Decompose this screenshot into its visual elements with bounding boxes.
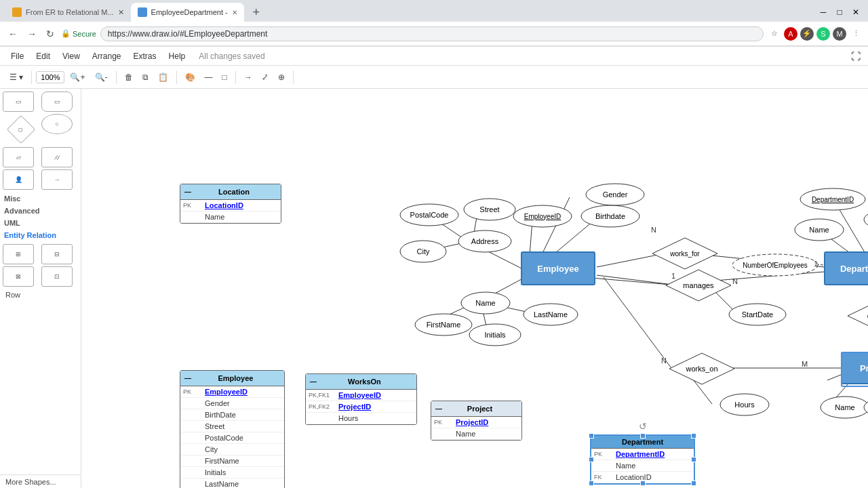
- birthdate-ellipse[interactable]: Birthdate: [580, 204, 641, 228]
- maximize-button[interactable]: □: [833, 5, 846, 19]
- employee-row-6: FirstName: [180, 455, 284, 467]
- street-ellipse[interactable]: Street: [462, 197, 517, 222]
- works-on-diamond[interactable]: works_on: [668, 352, 736, 386]
- shape-ellipse[interactable]: ○: [41, 114, 73, 134]
- handle-r[interactable]: [691, 457, 696, 462]
- other-tab[interactable]: From ER to Relational M... ✕: [5, 3, 131, 22]
- minimize-button[interactable]: ─: [816, 5, 830, 19]
- sidebar-toggle[interactable]: ☰ ▾: [5, 70, 27, 84]
- handle-t[interactable]: [640, 433, 646, 439]
- ext2-icon[interactable]: ⚡: [800, 27, 814, 41]
- name-emp-label: Name: [475, 299, 495, 307]
- close-window-button[interactable]: ✕: [849, 5, 863, 19]
- shape-cylinder[interactable]: ⌭: [41, 147, 73, 167]
- lastname-ellipse[interactable]: LastName: [522, 302, 579, 327]
- location-table[interactable]: ─ Location PK LocationID Name: [180, 184, 281, 224]
- hours-ellipse[interactable]: Hours: [719, 392, 770, 417]
- handle-l[interactable]: [589, 457, 594, 462]
- copy-button[interactable]: ⧉: [138, 70, 153, 84]
- locations-ellipse[interactable]: Locations: [863, 207, 868, 232]
- other-tab-close[interactable]: ✕: [118, 8, 124, 17]
- shape-arrow[interactable]: →: [41, 169, 73, 190]
- location-collapse[interactable]: ─: [184, 186, 191, 197]
- zoom-out-button[interactable]: 🔍-: [91, 70, 112, 84]
- url-field[interactable]: [100, 26, 764, 41]
- startdate-ellipse[interactable]: StartDate: [728, 302, 787, 327]
- num-employees-ellipse[interactable]: NumberOfEmployees: [731, 253, 819, 277]
- controls-diamond[interactable]: controls: [846, 299, 868, 333]
- canvas[interactable]: ─ Location PK LocationID Name ─ Employee: [81, 89, 868, 488]
- postalcode-ellipse[interactable]: PostalCode: [399, 203, 460, 227]
- row-label[interactable]: Row: [0, 289, 81, 300]
- employee-entity[interactable]: Employee: [521, 251, 595, 285]
- er-shape-1[interactable]: ⊞: [3, 244, 34, 264]
- menu-help[interactable]: Help: [163, 50, 191, 62]
- forward-button[interactable]: →: [24, 27, 39, 41]
- address-ellipse[interactable]: Address: [457, 229, 513, 253]
- paste-button[interactable]: 📋: [154, 70, 172, 84]
- line-color[interactable]: —: [201, 70, 217, 84]
- active-tab-close[interactable]: ✕: [232, 9, 237, 16]
- deptid-ellipse[interactable]: DepartmentID: [799, 187, 867, 211]
- zoom-display[interactable]: 100%: [36, 71, 64, 83]
- handle-bl[interactable]: [589, 481, 594, 486]
- city-ellipse[interactable]: City: [399, 239, 448, 264]
- initials-ellipse[interactable]: Initials: [468, 323, 522, 347]
- shape-btn[interactable]: □: [218, 70, 231, 84]
- employeeid-ellipse[interactable]: EmployeeID: [512, 204, 573, 228]
- entity-relation-label[interactable]: Entity Relation: [0, 229, 81, 241]
- active-tab[interactable]: EmployeeDepartment - ✕: [131, 3, 244, 22]
- back-button[interactable]: ←: [5, 27, 20, 41]
- fullscreen-icon[interactable]: ⛶: [849, 49, 863, 63]
- er-shape-4[interactable]: ⊡: [41, 266, 73, 287]
- menu-view[interactable]: View: [57, 50, 85, 62]
- shape-rounded[interactable]: ▭: [41, 92, 73, 112]
- ext3-icon[interactable]: S: [816, 27, 830, 41]
- handle-tr[interactable]: [691, 433, 696, 439]
- refresh-icon[interactable]: ↺: [639, 421, 647, 432]
- er-shape-2[interactable]: ⊟: [41, 244, 73, 264]
- project-collapse[interactable]: ─: [435, 403, 442, 414]
- shape-parallelogram[interactable]: ▱: [3, 147, 34, 167]
- workson-table[interactable]: ─ WorksOn PK,FK1 EmployeeID PK,FK2 Proje…: [305, 373, 417, 425]
- project-entity[interactable]: Project: [841, 352, 868, 384]
- handle-br[interactable]: [691, 481, 696, 486]
- project-table[interactable]: ─ Project PK ProjectID Name: [431, 401, 522, 441]
- employee-table[interactable]: ─ Employee PK EmployeeID Gender BirthDat…: [180, 370, 285, 488]
- gender-ellipse[interactable]: Gender: [585, 182, 646, 207]
- menu-edit[interactable]: Edit: [31, 50, 56, 62]
- shape-diamond[interactable]: ◇: [7, 115, 35, 144]
- fill-color[interactable]: 🎨: [181, 70, 199, 84]
- waypoint-button[interactable]: ⤦: [258, 70, 273, 84]
- dept-sel-field-0: DepartmentID: [616, 450, 665, 458]
- insert-button[interactable]: ⊕: [274, 70, 289, 84]
- bookmark-icon[interactable]: ☆: [768, 27, 781, 41]
- ext1-icon[interactable]: A: [784, 27, 797, 41]
- ext4-icon[interactable]: M: [833, 27, 846, 41]
- dept-name-ellipse[interactable]: Name: [793, 218, 845, 242]
- menu-arrange[interactable]: Arrange: [87, 50, 127, 62]
- workson-collapse[interactable]: ─: [310, 376, 317, 387]
- more-shapes-button[interactable]: More Shapes...: [0, 474, 81, 488]
- new-tab-button[interactable]: +: [247, 3, 266, 22]
- employee-collapse[interactable]: ─: [184, 373, 191, 384]
- projid-ellipse[interactable]: ProjectID: [863, 395, 868, 420]
- department-entity[interactable]: Department: [824, 251, 868, 285]
- shape-rect[interactable]: ▭: [3, 92, 34, 112]
- shape-person[interactable]: 👤: [3, 169, 34, 190]
- zoom-in-button[interactable]: 🔍+: [66, 70, 89, 84]
- department-selected-table[interactable]: ↺ Department PK DepartmentID Name FK Loc…: [590, 434, 695, 485]
- settings-icon[interactable]: ⋮: [849, 27, 863, 41]
- name-emp-ellipse[interactable]: Name: [460, 291, 511, 315]
- handle-b[interactable]: [640, 481, 646, 486]
- handle-tl[interactable]: [589, 433, 594, 439]
- er-shape-3[interactable]: ⊠: [3, 266, 34, 287]
- connector-button[interactable]: →: [240, 70, 256, 84]
- works-for-diamond[interactable]: works_for: [651, 237, 719, 270]
- menu-file[interactable]: File: [5, 50, 29, 62]
- delete-button[interactable]: 🗑: [121, 70, 137, 84]
- firstname-ellipse[interactable]: FirstName: [414, 312, 473, 337]
- proj-name-ellipse[interactable]: Name: [819, 395, 868, 420]
- reload-button[interactable]: ↻: [43, 27, 57, 41]
- menu-extras[interactable]: Extras: [128, 50, 162, 62]
